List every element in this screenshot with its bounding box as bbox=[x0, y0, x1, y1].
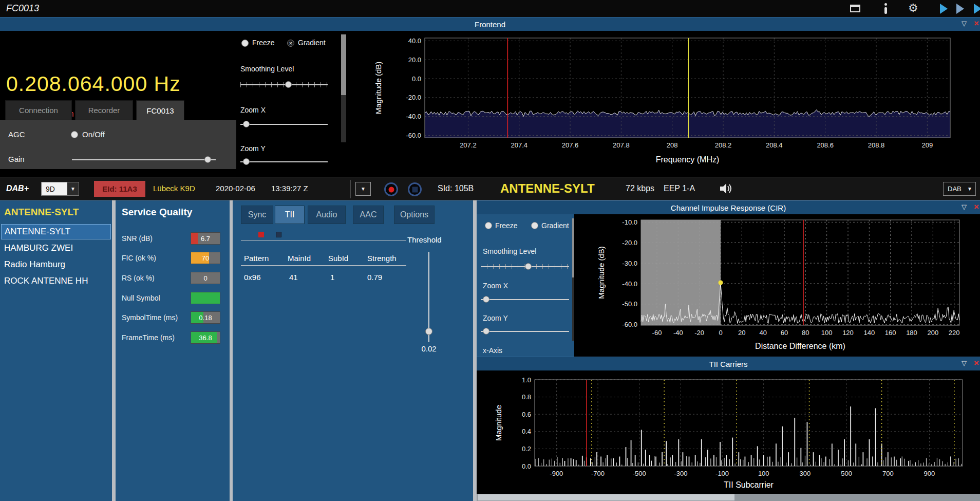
channel-value: 9D bbox=[46, 185, 55, 193]
cir-gradient-radio[interactable] bbox=[531, 222, 538, 229]
collapse-panel-icon[interactable]: ▽ bbox=[962, 20, 967, 27]
record-button[interactable] bbox=[384, 182, 398, 196]
horizontal-scrollbar[interactable] bbox=[477, 494, 980, 501]
svg-text:208.6: 208.6 bbox=[817, 141, 834, 149]
close-panel-icon[interactable]: × bbox=[974, 358, 979, 368]
quality-gauge bbox=[191, 292, 220, 304]
zoom-x-slider[interactable] bbox=[240, 121, 328, 128]
tab-aac[interactable]: AAC bbox=[353, 206, 384, 224]
slider-track bbox=[481, 331, 569, 332]
quality-gauge: 36.8 bbox=[191, 331, 220, 344]
cir-panel-title: Channel Impulse Response (CIR) bbox=[671, 203, 786, 212]
svg-text:120: 120 bbox=[842, 329, 854, 337]
quality-gauge: 0.18 bbox=[191, 311, 220, 324]
collapse-panel-icon[interactable]: ▽ bbox=[962, 203, 967, 211]
svg-text:20: 20 bbox=[738, 329, 745, 337]
tab-audio[interactable]: Audio bbox=[308, 206, 346, 224]
tab-tii[interactable]: TII bbox=[275, 206, 305, 224]
svg-text:208: 208 bbox=[667, 141, 678, 149]
cir-zoom-x-slider-thumb[interactable] bbox=[483, 296, 489, 303]
gradient-radio[interactable]: × bbox=[287, 40, 294, 47]
gear-icon[interactable]: ⚙ bbox=[908, 3, 918, 14]
scrollbar-thumb[interactable] bbox=[341, 34, 346, 95]
bottom-region: ANTENNE-SYLT ANTENNE-SYLT HAMBURG ZWEI R… bbox=[0, 200, 980, 501]
svg-text:-700: -700 bbox=[591, 470, 605, 477]
table-header-underline bbox=[241, 265, 406, 266]
threshold-slider-thumb[interactable] bbox=[425, 328, 432, 335]
tii-carriers-panel-header: TII Carriers ▽ × bbox=[477, 357, 980, 370]
cir-zoom-x-slider[interactable] bbox=[481, 296, 569, 303]
quality-row: SNR (dB) 6.7 bbox=[116, 232, 230, 246]
collapse-panel-icon[interactable]: ▽ bbox=[962, 359, 967, 367]
tab-options[interactable]: Options bbox=[394, 206, 435, 224]
svg-text:100: 100 bbox=[821, 329, 833, 337]
tab-fc0013[interactable]: FC0013 bbox=[136, 100, 184, 120]
smoothing-slider[interactable] bbox=[240, 81, 328, 88]
tab-recorder[interactable]: Recorder bbox=[75, 100, 133, 120]
stop-button[interactable] bbox=[408, 182, 422, 196]
dab-status-bar: DAB+ 9D ▼ EId: 11A3 Lübeck K9D 2020-02-0… bbox=[0, 177, 980, 200]
tii-carriers-panel-title: TII Carriers bbox=[709, 360, 748, 368]
service-list-item[interactable]: Radio Hamburg bbox=[1, 257, 111, 272]
svg-text:-20.0: -20.0 bbox=[406, 94, 421, 101]
quality-row: FrameTime (ms) 36.8 bbox=[116, 331, 230, 345]
svg-text:-500: -500 bbox=[633, 470, 646, 477]
expand-dropdown-button[interactable]: ▼ bbox=[355, 182, 371, 196]
tab-connection[interactable]: Connection bbox=[5, 100, 72, 120]
cir-zoom-y-slider-thumb[interactable] bbox=[483, 328, 489, 335]
speaker-icon[interactable] bbox=[719, 183, 732, 196]
services-panel-header: ANTENNE-SYLT bbox=[4, 207, 79, 218]
divider bbox=[350, 180, 351, 198]
partial-play-icon[interactable] bbox=[974, 4, 980, 14]
svg-text:0.6: 0.6 bbox=[522, 411, 531, 418]
window-icon[interactable] bbox=[850, 5, 860, 12]
service-id: SId: 105B bbox=[438, 184, 474, 193]
svg-text:-40.0: -40.0 bbox=[406, 113, 421, 120]
gain-slider-thumb[interactable] bbox=[204, 156, 211, 163]
panel-splitter[interactable] bbox=[112, 200, 116, 501]
svg-text:180: 180 bbox=[906, 329, 917, 337]
svg-text:0.2: 0.2 bbox=[522, 445, 531, 453]
close-panel-icon[interactable]: × bbox=[974, 18, 979, 29]
cir-zoom-y-slider[interactable] bbox=[481, 328, 569, 335]
play-icon[interactable] bbox=[940, 4, 948, 14]
svg-text:160: 160 bbox=[885, 329, 896, 337]
ensemble-name: Lübeck K9D bbox=[153, 184, 195, 193]
gradient-label: Gradient bbox=[298, 39, 326, 47]
cir-freeze-radio[interactable] bbox=[485, 222, 492, 229]
threshold-slider[interactable] bbox=[425, 252, 433, 342]
svg-text:-50.0: -50.0 bbox=[622, 300, 637, 308]
service-list-item[interactable]: HAMBURG ZWEI bbox=[1, 240, 111, 256]
service-quality-panel: Service Quality SNR (dB) 6.7 FIC (ok %) … bbox=[116, 200, 230, 501]
freeze-radio[interactable] bbox=[241, 40, 249, 47]
service-quality-header: Service Quality bbox=[122, 207, 192, 218]
svg-text:140: 140 bbox=[863, 329, 875, 337]
table-cell-subid: 1 bbox=[330, 273, 334, 282]
frontend-controls-scrollbar[interactable] bbox=[341, 34, 346, 142]
close-panel-icon[interactable]: × bbox=[974, 202, 979, 212]
svg-text:0.0: 0.0 bbox=[412, 75, 421, 83]
zoom-y-slider[interactable] bbox=[240, 158, 328, 165]
gain-slider[interactable] bbox=[72, 156, 216, 163]
cir-smoothing-slider[interactable] bbox=[481, 263, 569, 270]
play-next-icon[interactable] bbox=[956, 4, 964, 14]
tab-sync[interactable]: Sync bbox=[241, 206, 273, 224]
scrollbar-thumb[interactable] bbox=[478, 494, 734, 500]
svg-text:60: 60 bbox=[781, 329, 788, 337]
time-label: 13:39:27 Z bbox=[271, 184, 308, 193]
service-list-item[interactable]: ANTENNE-SYLT bbox=[1, 224, 111, 239]
zoom-x-slider-thumb[interactable] bbox=[243, 121, 250, 127]
tii-carriers-chart: -900-700-500-300-1001003005007009000.00.… bbox=[477, 370, 980, 494]
date-label: 2020-02-06 bbox=[216, 184, 255, 193]
cir-smoothing-slider-thumb[interactable] bbox=[525, 263, 532, 270]
svg-text:Magnitude (dB): Magnitude (dB) bbox=[597, 246, 606, 299]
column-header-pattern: Pattern bbox=[244, 254, 269, 263]
panel-splitter[interactable] bbox=[473, 200, 477, 501]
zoom-y-slider-thumb[interactable] bbox=[243, 158, 250, 165]
output-mode-select[interactable]: DAB ▼ bbox=[943, 182, 976, 196]
frontend-panel-title: Frontend bbox=[475, 20, 505, 29]
channel-select[interactable]: 9D ▼ bbox=[41, 182, 79, 196]
service-list-item[interactable]: ROCK ANTENNE HH bbox=[1, 273, 111, 289]
agc-radio[interactable] bbox=[71, 131, 78, 138]
smoothing-slider-thumb[interactable] bbox=[285, 81, 292, 88]
